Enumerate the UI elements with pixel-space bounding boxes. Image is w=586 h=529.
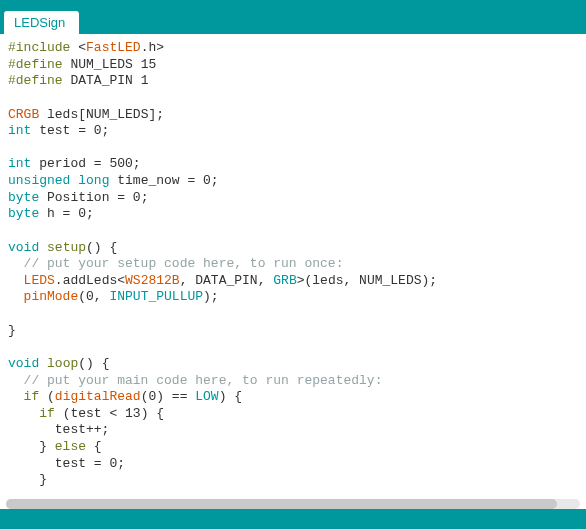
code-comment: // put your main code here, to run repea…	[8, 373, 382, 388]
code-token: .addLeds<	[55, 273, 125, 288]
code-token: INPUT_PULLUP	[109, 289, 203, 304]
code-token: Position = 0;	[39, 190, 148, 205]
code-token: (test < 13) {	[55, 406, 164, 421]
code-token: test = 0;	[8, 456, 125, 471]
code-token	[8, 289, 24, 304]
code-token: CRGB	[8, 107, 39, 122]
code-token: digitalRead	[55, 389, 141, 404]
code-token: int	[8, 156, 31, 171]
code-token: pinMode	[24, 289, 79, 304]
code-token: setup	[47, 240, 86, 255]
status-bar	[0, 509, 586, 529]
code-token: leds[NUM_LEDS];	[39, 107, 164, 122]
code-token: time_now = 0;	[109, 173, 218, 188]
code-token: if	[24, 389, 40, 404]
code-token: void	[8, 356, 39, 371]
code-token: <	[78, 40, 86, 55]
code-token: {	[86, 439, 102, 454]
code-token: , DATA_PIN,	[180, 273, 274, 288]
code-token: #define	[8, 57, 63, 72]
code-token: byte	[8, 206, 39, 221]
code-token: loop	[47, 356, 78, 371]
code-token: ) {	[219, 389, 242, 404]
code-token: LOW	[195, 389, 218, 404]
code-editor[interactable]: #include <FastLED.h> #define NUM_LEDS 15…	[0, 34, 586, 509]
code-token: }	[8, 439, 55, 454]
code-token	[8, 273, 24, 288]
code-comment: // put your setup code here, to run once…	[8, 256, 343, 271]
code-token	[8, 406, 39, 421]
code-token: () {	[78, 356, 109, 371]
code-token: DATA_PIN 1	[70, 73, 148, 88]
code-token: long	[78, 173, 109, 188]
code-token: () {	[86, 240, 117, 255]
code-token: (0,	[78, 289, 109, 304]
code-token: .h>	[141, 40, 164, 55]
tab-label: LEDSign	[14, 15, 65, 30]
code-token: FastLED	[86, 40, 141, 55]
code-token: period = 500;	[31, 156, 140, 171]
code-token: }	[8, 323, 16, 338]
code-token: LEDS	[24, 273, 55, 288]
horizontal-scrollbar-thumb[interactable]	[6, 499, 557, 509]
code-token: int	[8, 123, 31, 138]
code-token: );	[203, 289, 219, 304]
code-token: unsigned	[8, 173, 70, 188]
tab-ledsign[interactable]: LEDSign	[4, 11, 79, 34]
code-token	[8, 389, 24, 404]
horizontal-scrollbar[interactable]	[6, 499, 580, 509]
code-token: (	[39, 389, 55, 404]
code-token: (0) ==	[141, 389, 196, 404]
code-token: #include	[8, 40, 70, 55]
code-token: test = 0;	[31, 123, 109, 138]
tab-strip: LEDSign	[0, 6, 586, 34]
code-token: if	[39, 406, 55, 421]
code-token: byte	[8, 190, 39, 205]
code-token: NUM_LEDS 15	[70, 57, 156, 72]
code-token: GRB	[273, 273, 296, 288]
code-token: }	[8, 472, 47, 487]
code-token: h = 0;	[39, 206, 94, 221]
code-token: >(leds, NUM_LEDS);	[297, 273, 437, 288]
code-token: WS2812B	[125, 273, 180, 288]
editor-area[interactable]: #include <FastLED.h> #define NUM_LEDS 15…	[0, 34, 586, 509]
code-token: test++;	[8, 422, 109, 437]
code-token: #define	[8, 73, 63, 88]
code-token: else	[55, 439, 86, 454]
code-token: void	[8, 240, 39, 255]
